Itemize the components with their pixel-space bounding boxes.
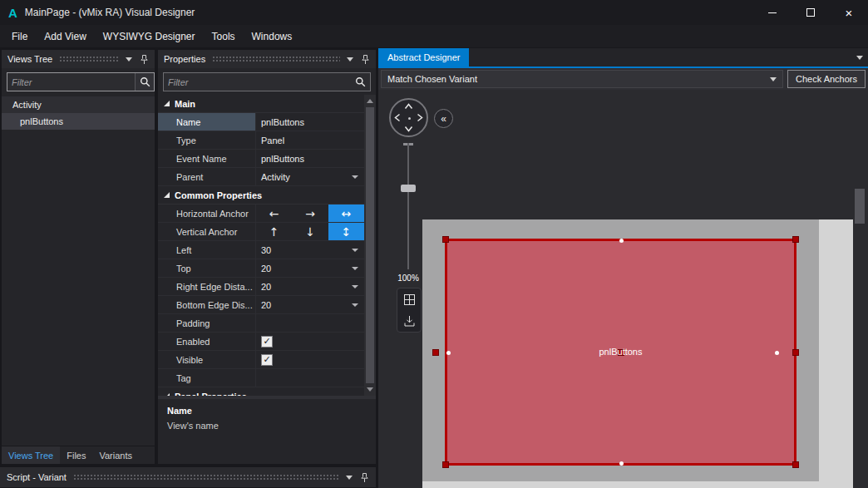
chevron-down-icon[interactable] [126, 57, 132, 62]
property-label-padding: Padding [158, 314, 256, 332]
property-value-vertical-anchor[interactable]: ↑↓↕ [256, 223, 364, 240]
anchor-dot-top [619, 239, 624, 243]
scroll-up-icon[interactable] [367, 99, 373, 103]
tree-item-activity[interactable]: Activity [2, 96, 155, 113]
zoom-slider[interactable] [400, 143, 417, 269]
pin-icon[interactable] [140, 54, 149, 65]
anchor-option-vertical-anchor-0[interactable]: ↑ [256, 223, 292, 240]
scrollbar-thumb[interactable] [366, 107, 374, 383]
properties-scrollbar[interactable] [364, 95, 376, 396]
resize-handle-bottom-right[interactable] [792, 461, 799, 468]
search-icon[interactable] [355, 76, 366, 87]
grid-button[interactable] [397, 288, 421, 310]
design-canvas[interactable]: pnlButtons « 100% [378, 91, 868, 488]
property-value-visible[interactable]: ✓ [256, 351, 364, 368]
views-tree-title: Views Tree [7, 54, 52, 64]
check-anchors-button[interactable]: Check Anchors [787, 70, 866, 88]
resize-handle-left[interactable] [432, 349, 439, 356]
category-common-properties[interactable]: Common Properties [158, 186, 364, 205]
property-value-type[interactable]: Panel [256, 131, 364, 149]
canvas-scrollbar[interactable] [855, 91, 865, 488]
scroll-down-icon[interactable] [367, 387, 373, 392]
resize-handle-top-left[interactable] [442, 236, 449, 243]
variant-combobox[interactable]: Match Chosen Variant [381, 70, 783, 88]
anchor-option-vertical-anchor-2[interactable]: ↕ [328, 223, 364, 240]
collapse-toolbox-button[interactable]: « [434, 109, 453, 128]
tab-views-tree[interactable]: Views Tree [2, 446, 60, 464]
pin-icon[interactable] [361, 54, 370, 65]
menu-wysiwyg-designer[interactable]: WYSIWYG Designer [95, 27, 204, 46]
menu-tools[interactable]: Tools [204, 27, 244, 46]
views-tree: ActivitypnlButtons [2, 96, 155, 446]
designer-tabstrip: Abstract Designer [378, 48, 868, 68]
category-panel-properties[interactable]: Panel Properties [158, 387, 364, 396]
anchor-option-vertical-anchor-1[interactable]: ↓ [292, 223, 328, 240]
script-variant-header[interactable]: Script - Variant [0, 467, 376, 487]
property-label-vertical-anchor: Vertical Anchor [158, 223, 256, 240]
resize-handle-top-right[interactable] [792, 236, 799, 243]
menu-add-view[interactable]: Add View [36, 27, 94, 46]
chevron-down-icon[interactable] [346, 476, 353, 480]
checkbox-enabled[interactable]: ✓ [261, 336, 273, 348]
property-value-text: 20 [259, 264, 352, 274]
window-controls: × [753, 0, 868, 25]
property-value-text: pnlButtons [259, 154, 361, 164]
pan-down-icon[interactable] [404, 126, 413, 132]
pnlbuttons-view[interactable]: pnlButtons [445, 239, 796, 466]
pan-control[interactable] [389, 98, 428, 137]
chevron-down-icon[interactable] [347, 57, 353, 62]
scrollbar-thumb[interactable] [855, 189, 865, 224]
views-tree-tabs: Views TreeFilesVariants [2, 446, 155, 464]
property-value-tag[interactable] [256, 369, 364, 387]
views-tree-panel: Views Tree ActivitypnlButtons Views Tree… [2, 50, 155, 464]
tab-list-chevron-icon[interactable] [856, 56, 863, 60]
property-value-top[interactable]: 20 [256, 259, 364, 277]
pan-right-icon[interactable] [417, 113, 423, 122]
menu-windows[interactable]: Windows [244, 27, 301, 46]
window-title: MainPage - (vMix RA) Visual Designer [25, 7, 195, 18]
property-value-name[interactable]: pnlButtons [256, 113, 364, 131]
tab-files[interactable]: Files [60, 446, 92, 464]
category-main[interactable]: Main [158, 95, 364, 113]
property-grid: MainNamepnlButtonsTypePanelEvent Namepnl… [158, 95, 364, 396]
resize-handle-bottom-left[interactable] [442, 461, 449, 468]
designer-panel: Abstract Designer Match Chosen Variant C… [378, 48, 868, 488]
menubar: FileAdd ViewWYSIWYG DesignerToolsWindows [0, 25, 868, 47]
anchor-option-horizontal-anchor-1[interactable]: → [292, 205, 328, 222]
menu-file[interactable]: File [3, 27, 36, 46]
checkbox-visible[interactable]: ✓ [261, 354, 273, 366]
tree-item-pnlbuttons[interactable]: pnlButtons [2, 113, 155, 130]
minimize-button[interactable] [753, 0, 792, 25]
property-label-type: Type [158, 131, 256, 149]
pin-icon[interactable] [360, 472, 369, 483]
close-button[interactable]: × [830, 0, 868, 25]
tab-abstract-designer[interactable]: Abstract Designer [378, 48, 469, 67]
import-button[interactable] [397, 310, 421, 332]
property-value-enabled[interactable]: ✓ [256, 333, 364, 350]
maximize-button[interactable] [792, 0, 830, 25]
anchor-option-horizontal-anchor-2[interactable]: ↔ [328, 205, 364, 222]
pan-left-icon[interactable] [394, 113, 401, 122]
properties-filter-input[interactable] [164, 77, 355, 87]
property-value-event-name[interactable]: pnlButtons [256, 150, 364, 167]
property-value-parent[interactable]: Activity [256, 168, 364, 185]
property-value-padding[interactable] [256, 314, 364, 332]
property-row-vertical-anchor: Vertical Anchor↑↓↕ [158, 223, 364, 241]
tab-variants[interactable]: Variants [92, 446, 139, 464]
pan-up-icon[interactable] [404, 103, 413, 110]
property-row-top: Top20 [158, 259, 364, 278]
properties-title: Properties [164, 54, 205, 64]
property-value-bottom-edge-dis[interactable]: 20 [256, 296, 364, 313]
anchor-dot-bottom [619, 461, 624, 466]
properties-panel: Properties MainNamepnlButtonsTypePanelEv… [158, 50, 376, 464]
property-value-right-edge-dista[interactable]: 20 [256, 278, 364, 295]
search-button[interactable] [135, 73, 154, 91]
views-filter-input[interactable] [7, 73, 135, 91]
grid-icon [403, 293, 416, 306]
expander-icon [164, 101, 170, 106]
chevron-down-icon [352, 249, 358, 252]
slider-thumb[interactable] [401, 185, 416, 192]
property-value-horizontal-anchor[interactable]: ←→↔ [256, 205, 364, 222]
anchor-option-horizontal-anchor-0[interactable]: ← [256, 205, 292, 222]
property-value-left[interactable]: 30 [256, 241, 364, 259]
